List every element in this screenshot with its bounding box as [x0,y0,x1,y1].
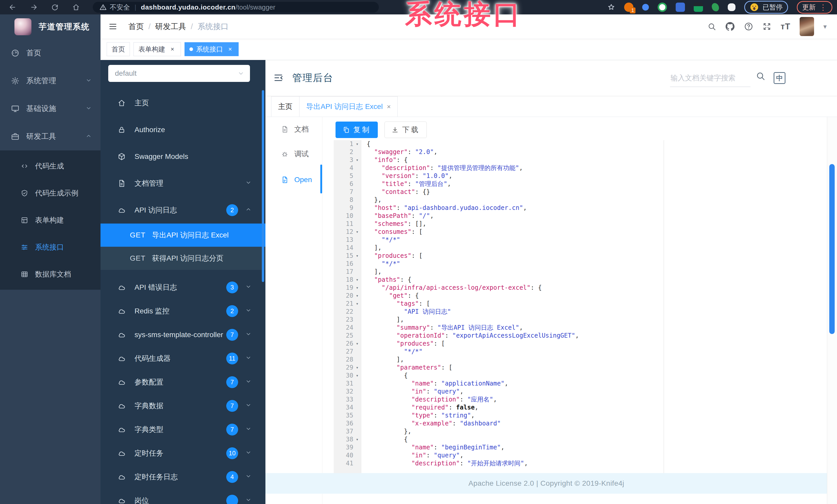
gutter-cell[interactable]: 32 [334,388,361,396]
breadcrumb-item[interactable]: 首页 [128,21,144,32]
extension-icon[interactable] [658,3,667,12]
download-button[interactable]: 下载 [385,122,427,138]
sidebar-item[interactable]: 代码生成示例 [0,180,101,207]
gutter-cell[interactable]: 35 [334,412,361,419]
swagger-menu-item[interactable]: API 访问日志2 [101,197,265,224]
api-group-select[interactable]: default [108,65,250,82]
caret-down-icon[interactable]: ▾ [823,23,827,31]
update-button[interactable]: 更新 ⋮ [797,1,832,14]
gutter-cell[interactable]: 30▾ [334,372,361,379]
fold-toggle-icon[interactable]: ▾ [353,292,361,300]
sidebar-item[interactable]: 代码生成 [0,152,101,180]
swagger-menu-item[interactable]: 主页 [101,90,265,116]
tab-close-icon[interactable]: × [387,103,391,111]
gutter-cell[interactable]: 28 [334,356,361,363]
tag-active[interactable]: 系统接口× [184,42,238,56]
gutter-cell[interactable]: 24 [334,324,361,332]
swagger-menu-item[interactable]: 文档管理 [101,170,265,197]
tag-item[interactable]: 表单构建× [133,42,181,56]
gutter-cell[interactable]: 10 [334,212,361,220]
gutter-cell[interactable]: 16 [334,260,361,268]
extension-icon[interactable] [728,3,735,11]
swagger-menu-item[interactable]: 定时任务日志4 [101,465,265,489]
gutter-cell[interactable]: 25 [334,332,361,340]
swagger-menu-item[interactable]: 定时任务10 [101,442,265,465]
avatar[interactable] [800,17,814,36]
gutter-cell[interactable]: 19▾ [334,284,361,292]
gutter-cell[interactable]: 29▾ [334,363,361,372]
header-search-icon[interactable] [707,22,716,31]
fold-toggle-icon[interactable]: ▾ [353,340,361,348]
gutter-cell[interactable]: 38▾ [334,435,361,444]
sidebar-item[interactable]: 基础设施 [0,95,101,123]
sidebar-item[interactable]: 数据库文档 [0,261,101,288]
main-scrollbar-track[interactable] [827,117,837,504]
extension-icon[interactable] [642,4,649,11]
swagger-menu-item[interactable]: Redis 监控2 [101,299,265,323]
gutter-cell[interactable]: 14 [334,244,361,252]
gutter-cell[interactable]: 1▾ [334,140,361,148]
extension-icon[interactable] [694,3,703,12]
gutter-cell[interactable]: 5 [334,172,361,180]
fold-toggle-icon[interactable]: ▾ [353,228,361,236]
gutter-cell[interactable]: 2 [334,148,361,156]
gutter-cell[interactable]: 3▾ [334,156,361,164]
gutter-cell[interactable]: 8 [334,196,361,204]
sidebar-fold-icon[interactable] [108,22,118,31]
extension-icon[interactable] [712,3,719,11]
copy-button[interactable]: 复制 [336,122,378,138]
gutter-cell[interactable]: 9 [334,204,361,212]
gutter-cell[interactable]: 12▾ [334,228,361,236]
gutter-cell[interactable]: 27 [334,348,361,356]
sidebar-item[interactable]: 系统管理 [0,67,101,95]
gutter-cell[interactable]: 22 [334,308,361,316]
swagger-menu-item[interactable]: 代码生成器11 [101,347,265,370]
gutter-cell[interactable]: 4 [334,164,361,172]
gutter-cell[interactable]: 23 [334,316,361,324]
gutter-cell[interactable]: 36 [334,419,361,428]
fold-toggle-icon[interactable]: ▾ [353,156,361,164]
language-icon[interactable]: 中 [773,72,785,84]
swagger-menu-item[interactable]: sys-sms-template-controller7 [101,323,265,347]
gutter-cell[interactable]: 31 [334,379,361,388]
help-icon[interactable] [744,22,753,31]
gutter-cell[interactable]: 6 [334,180,361,188]
gutter-cell[interactable]: 37 [334,428,361,435]
gutter-cell[interactable]: 13 [334,236,361,244]
bookmark-star-icon[interactable] [607,3,616,11]
gutter-cell[interactable]: 17 [334,268,361,276]
font-size-icon[interactable]: ᴛT [781,22,790,32]
sidebar-item[interactable]: 系统接口 [0,234,101,261]
doc-tab[interactable]: 主页 [271,96,300,117]
doc-tab[interactable]: 导出API 访问日志 Excel× [299,96,398,117]
doc-nav-item[interactable]: 文档 [265,117,322,142]
json-editor[interactable]: 1▾{2 "swagger": "2.0",3▾ "info": {4 "des… [334,140,664,473]
gutter-cell[interactable]: 15▾ [334,252,361,260]
swagger-menu-item[interactable]: 字典类型7 [101,418,265,442]
fullscreen-icon[interactable] [763,22,771,31]
gutter-cell[interactable]: 41 [334,460,361,467]
doc-search-input[interactable] [670,74,750,82]
reload-icon[interactable] [51,3,59,11]
fold-toggle-icon[interactable]: ▾ [353,140,361,148]
gutter-cell[interactable]: 7 [334,188,361,196]
fold-toggle-icon[interactable]: ▾ [353,435,361,444]
swagger-menu-item[interactable]: API 错误日志3 [101,276,265,299]
tag-item[interactable]: 首页 [107,42,130,56]
gutter-cell[interactable]: 39 [334,444,361,451]
doc-nav-item[interactable]: Open [265,167,322,192]
address-bar[interactable]: 不安全 | dashboard.yudao.iocoder.cn/tool/sw… [93,2,379,13]
doc-collapse-icon[interactable] [273,73,283,83]
gutter-cell[interactable]: 11 [334,220,361,228]
gutter-cell[interactable]: 33 [334,396,361,404]
sidebar-item[interactable]: 研发工具 [0,123,101,150]
forward-icon[interactable] [30,3,38,11]
fold-toggle-icon[interactable]: ▾ [353,300,361,308]
tag-close-icon[interactable]: × [227,45,234,53]
swagger-menu-item[interactable]: Swagger Models [101,143,265,170]
gutter-cell[interactable]: 26▾ [334,340,361,348]
fold-toggle-icon[interactable]: ▾ [353,363,361,372]
sidebar-scrollbar[interactable] [262,90,264,282]
swagger-menu-item[interactable]: 字典数据7 [101,394,265,418]
fold-toggle-icon[interactable]: ▾ [353,276,361,284]
